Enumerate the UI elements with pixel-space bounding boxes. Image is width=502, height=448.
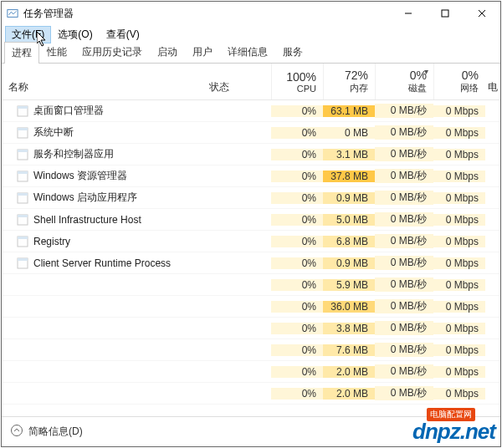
disk-cell: 0 MB/秒 bbox=[375, 299, 433, 313]
network-cell: 0 Mbps bbox=[433, 127, 485, 139]
table-row[interactable]: Windows 启动应用程序0%0.9 MB0 MB/秒0 Mbps bbox=[2, 187, 500, 209]
close-button[interactable] bbox=[464, 2, 500, 25]
app-icon bbox=[7, 8, 18, 19]
network-cell: 0 Mbps bbox=[433, 214, 485, 226]
network-cell: 0 Mbps bbox=[433, 323, 485, 334]
process-icon bbox=[17, 127, 28, 139]
process-icon bbox=[17, 192, 28, 204]
memory-cell: 7.6 MB bbox=[323, 344, 375, 356]
header-cpu[interactable]: 100% CPU bbox=[271, 64, 323, 99]
disk-cell: 0 MB/秒 bbox=[375, 147, 433, 161]
disk-cell: 0 MB/秒 bbox=[375, 125, 433, 140]
svg-rect-16 bbox=[18, 215, 28, 217]
svg-rect-12 bbox=[18, 171, 28, 174]
process-icon bbox=[17, 105, 28, 117]
table-row[interactable]: 0%3.8 MB0 MB/秒0 Mbps bbox=[2, 318, 500, 339]
tab-services[interactable]: 服务 bbox=[275, 41, 310, 63]
cpu-cell: 0% bbox=[271, 388, 323, 400]
cpu-cell: 0% bbox=[271, 323, 323, 334]
tab-users[interactable]: 用户 bbox=[185, 41, 220, 63]
table-row[interactable]: 0%2.0 MB0 MB/秒0 Mbps bbox=[2, 383, 500, 405]
svg-rect-18 bbox=[18, 237, 28, 239]
tab-performance[interactable]: 性能 bbox=[39, 41, 74, 63]
table-row[interactable]: 0%36.0 MB0 MB/秒0 Mbps bbox=[2, 296, 500, 318]
process-name: Shell Infrastructure Host bbox=[2, 214, 206, 226]
process-list[interactable]: 桌面窗口管理器0%63.1 MB0 MB/秒0 Mbps系统中断0%0 MB0 … bbox=[2, 100, 500, 416]
process-icon bbox=[17, 236, 28, 247]
memory-cell: 6.8 MB bbox=[323, 236, 375, 247]
memory-cell: 2.0 MB bbox=[323, 366, 375, 378]
process-name: Registry bbox=[2, 236, 206, 247]
memory-label: 内存 bbox=[324, 82, 368, 94]
memory-cell: 0.9 MB bbox=[323, 192, 375, 204]
process-name: 桌面窗口管理器 bbox=[2, 104, 206, 118]
header-memory[interactable]: 72% 内存 bbox=[323, 64, 375, 99]
disk-cell: 0 MB/秒 bbox=[375, 386, 433, 400]
memory-cell: 0.9 MB bbox=[323, 257, 375, 269]
menubar: 文件(F) 选项(O) 查看(V) bbox=[2, 25, 500, 43]
tab-startup[interactable]: 启动 bbox=[150, 41, 185, 63]
process-icon bbox=[17, 214, 28, 226]
menu-options[interactable]: 选项(O) bbox=[51, 26, 99, 43]
disk-cell: 0 MB/秒 bbox=[375, 104, 433, 118]
process-name: Windows 资源管理器 bbox=[2, 169, 206, 183]
menu-file[interactable]: 文件(F) bbox=[5, 26, 51, 43]
tab-details[interactable]: 详细信息 bbox=[220, 41, 275, 63]
maximize-button[interactable] bbox=[427, 2, 464, 25]
disk-cell: 0 MB/秒 bbox=[375, 191, 433, 205]
disk-cell: 0 MB/秒 bbox=[375, 343, 433, 357]
fewer-details-link[interactable]: 简略信息(D) bbox=[28, 425, 83, 439]
disk-cell: 0 MB/秒 bbox=[375, 212, 433, 227]
cpu-label: CPU bbox=[272, 84, 316, 94]
network-percent: 0% bbox=[434, 69, 479, 82]
tab-processes[interactable]: 进程 bbox=[4, 42, 39, 64]
tabs: 进程 性能 应用历史记录 启动 用户 详细信息 服务 bbox=[2, 43, 500, 64]
table-row[interactable]: Shell Infrastructure Host0%5.0 MB0 MB/秒0… bbox=[2, 209, 500, 231]
watermark-brand: dnpz bbox=[412, 419, 460, 444]
network-cell: 0 Mbps bbox=[433, 149, 485, 160]
chevron-up-icon[interactable] bbox=[10, 424, 23, 440]
table-row[interactable]: 0%7.6 MB0 MB/秒0 Mbps bbox=[2, 339, 500, 361]
table-row[interactable]: 服务和控制器应用0%3.1 MB0 MB/秒0 Mbps bbox=[2, 144, 500, 165]
header-extra[interactable]: 电 bbox=[485, 64, 500, 99]
network-cell: 0 Mbps bbox=[433, 366, 485, 378]
header-name[interactable]: 名称 bbox=[2, 64, 206, 99]
minimize-button[interactable] bbox=[390, 2, 427, 25]
svg-rect-10 bbox=[18, 150, 28, 152]
table-row[interactable]: Windows 资源管理器0%37.8 MB0 MB/秒0 Mbps bbox=[2, 165, 500, 187]
table-row[interactable]: 0%2.0 MB0 MB/秒0 Mbps bbox=[2, 361, 500, 383]
table-row[interactable]: 系统中断0%0 MB0 MB/秒0 Mbps bbox=[2, 122, 500, 144]
titlebar[interactable]: 任务管理器 bbox=[2, 2, 500, 25]
disk-cell: 0 MB/秒 bbox=[375, 277, 433, 292]
tab-history[interactable]: 应用历史记录 bbox=[74, 41, 150, 63]
cpu-cell: 0% bbox=[271, 149, 323, 160]
sort-arrow-icon: ▾ bbox=[424, 67, 428, 76]
svg-rect-6 bbox=[18, 106, 28, 109]
disk-label: 磁盘 bbox=[376, 82, 427, 94]
watermark-tld: .net bbox=[460, 419, 495, 444]
window-title: 任务管理器 bbox=[23, 7, 390, 21]
network-cell: 0 Mbps bbox=[433, 301, 485, 313]
memory-cell: 3.8 MB bbox=[323, 323, 375, 334]
table-row[interactable]: Client Server Runtime Process0%0.9 MB0 M… bbox=[2, 252, 500, 274]
header-network[interactable]: 0% 网络 bbox=[433, 64, 485, 99]
memory-cell: 63.1 MB bbox=[323, 105, 375, 117]
table-row[interactable]: 0%5.9 MB0 MB/秒0 Mbps bbox=[2, 274, 500, 296]
memory-cell: 3.1 MB bbox=[323, 149, 375, 160]
process-name: Client Server Runtime Process bbox=[2, 257, 206, 269]
menu-view[interactable]: 查看(V) bbox=[100, 26, 146, 43]
table-row[interactable]: Registry0%6.8 MB0 MB/秒0 Mbps bbox=[2, 231, 500, 252]
watermark-logo: dnpz.net bbox=[412, 419, 495, 445]
table-row[interactable]: 桌面窗口管理器0%63.1 MB0 MB/秒0 Mbps bbox=[2, 100, 500, 122]
memory-cell: 2.0 MB bbox=[323, 388, 375, 400]
disk-percent: 0% bbox=[376, 69, 427, 82]
cpu-cell: 0% bbox=[271, 192, 323, 204]
header-status[interactable]: 状态 bbox=[206, 64, 271, 99]
cpu-percent: 100% bbox=[272, 70, 316, 84]
network-cell: 0 Mbps bbox=[433, 236, 485, 247]
cpu-cell: 0% bbox=[271, 344, 323, 356]
svg-rect-14 bbox=[18, 193, 28, 196]
process-name: 系统中断 bbox=[2, 125, 206, 140]
network-cell: 0 Mbps bbox=[433, 388, 485, 400]
svg-rect-20 bbox=[18, 258, 28, 261]
